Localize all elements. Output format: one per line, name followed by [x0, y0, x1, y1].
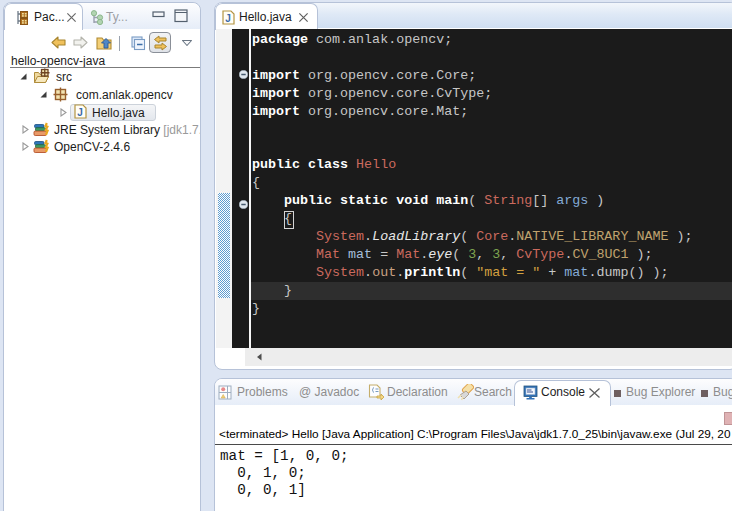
svg-text:J: J [225, 13, 231, 24]
svg-text:J: J [77, 107, 83, 118]
